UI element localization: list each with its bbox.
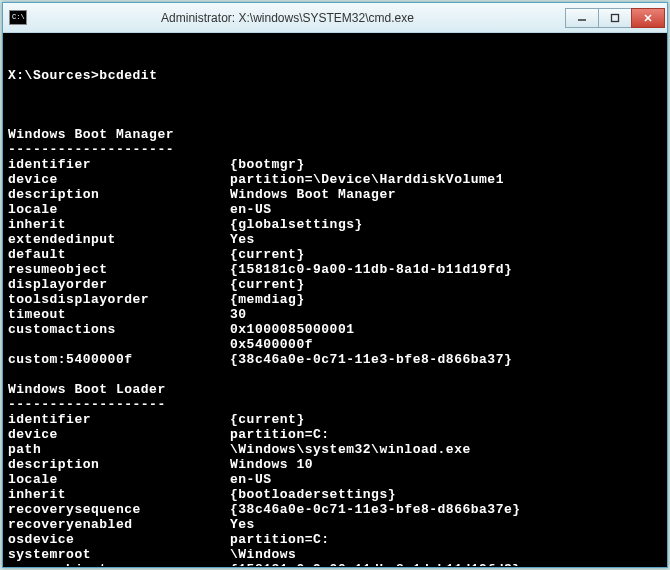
output-row: recoveryenabledYes (8, 517, 666, 532)
output-value: Yes (230, 232, 255, 247)
output-key: locale (8, 202, 230, 217)
output-value: en-US (230, 472, 272, 487)
output-key: toolsdisplayorder (8, 292, 230, 307)
output-key: systemroot (8, 547, 230, 562)
output-key (8, 337, 230, 352)
output-key: locale (8, 472, 230, 487)
output-key: extendedinput (8, 232, 230, 247)
output-row: osdevicepartition=C: (8, 532, 666, 547)
output-key: osdevice (8, 532, 230, 547)
output-row: 0x5400000f (8, 337, 666, 352)
section-underline: -------------------- (8, 142, 666, 157)
output-value: {current} (230, 277, 305, 292)
output-key: timeout (8, 307, 230, 322)
output-row: path\Windows\system32\winload.exe (8, 442, 666, 457)
output-row: identifier{current} (8, 412, 666, 427)
output-key: displayorder (8, 277, 230, 292)
output-row: devicepartition=C: (8, 427, 666, 442)
output-key: customactions (8, 322, 230, 337)
output-row: descriptionWindows 10 (8, 457, 666, 472)
output-value: en-US (230, 202, 272, 217)
terminal-output[interactable]: X:\Sources>bcdedit Windows Boot Manager-… (3, 33, 667, 567)
output-value: \Windows (230, 547, 296, 562)
output-value: 30 (230, 307, 247, 322)
output-row: customactions0x1000085000001 (8, 322, 666, 337)
section-title: Windows Boot Manager (8, 127, 666, 142)
cmd-icon (9, 10, 27, 25)
output-key: inherit (8, 217, 230, 232)
output-value: Windows 10 (230, 457, 313, 472)
output-row: resumeobject{158181c0-9a00-11db-8a1d-b11… (8, 562, 666, 567)
output-key: resumeobject (8, 262, 230, 277)
output-row: systemroot\Windows (8, 547, 666, 562)
output-key: description (8, 187, 230, 202)
output-key: default (8, 247, 230, 262)
output-value: 0x1000085000001 (230, 322, 355, 337)
output-value: Yes (230, 517, 255, 532)
section-gap (8, 367, 666, 382)
output-section: Windows Boot Manager--------------------… (8, 127, 666, 367)
output-value: {globalsettings} (230, 217, 363, 232)
output-value: {38c46a0e-0c71-11e3-bfe8-d866ba37e} (230, 502, 521, 517)
output-value: 0x5400000f (230, 337, 313, 352)
output-row: inherit{bootloadersettings} (8, 487, 666, 502)
output-value: {38c46a0e-0c71-11e3-bfe8-d866ba37} (230, 352, 512, 367)
output-value: {current} (230, 412, 305, 427)
prompt-line: X:\Sources>bcdedit (8, 68, 666, 83)
output-key: device (8, 172, 230, 187)
window-title: Administrator: X:\windows\SYSTEM32\cmd.e… (9, 11, 566, 25)
output-key: custom:5400000f (8, 352, 230, 367)
output-row: displayorder{current} (8, 277, 666, 292)
output-value: {bootloadersettings} (230, 487, 396, 502)
output-key: resumeobject (8, 562, 230, 567)
output-key: inherit (8, 487, 230, 502)
output-key: description (8, 457, 230, 472)
output-row: devicepartition=\Device\HarddiskVolume1 (8, 172, 666, 187)
prompt-command: bcdedit (99, 68, 157, 83)
output-key: recoverysequence (8, 502, 230, 517)
output-row: identifier{bootmgr} (8, 157, 666, 172)
close-button[interactable] (631, 8, 665, 28)
output-value: {memdiag} (230, 292, 305, 307)
output-key: recoveryenabled (8, 517, 230, 532)
window-controls (566, 8, 665, 28)
output-key: identifier (8, 157, 230, 172)
svg-rect-1 (612, 14, 619, 21)
output-row: inherit{globalsettings} (8, 217, 666, 232)
minimize-button[interactable] (565, 8, 599, 28)
output-key: device (8, 427, 230, 442)
output-row: default{current} (8, 247, 666, 262)
output-row: extendedinputYes (8, 232, 666, 247)
titlebar[interactable]: Administrator: X:\windows\SYSTEM32\cmd.e… (3, 3, 667, 33)
output-row: descriptionWindows Boot Manager (8, 187, 666, 202)
output-row: custom:5400000f{38c46a0e-0c71-11e3-bfe8-… (8, 352, 666, 367)
section-underline: ------------------- (8, 397, 666, 412)
output-row: localeen-US (8, 202, 666, 217)
output-row: timeout30 (8, 307, 666, 322)
output-row: resumeobject{158181c0-9a00-11db-8a1d-b11… (8, 262, 666, 277)
prompt-path: X:\Sources> (8, 68, 99, 83)
output-value: \Windows\system32\winload.exe (230, 442, 471, 457)
maximize-button[interactable] (598, 8, 632, 28)
output-value: partition=C: (230, 532, 330, 547)
output-value: {158181c0-9a00-11db-8a1d-b11d19fd} (230, 262, 512, 277)
output-row: toolsdisplayorder{memdiag} (8, 292, 666, 307)
output-row: recoverysequence{38c46a0e-0c71-11e3-bfe8… (8, 502, 666, 517)
output-value: {current} (230, 247, 305, 262)
output-value: partition=\Device\HarddiskVolume1 (230, 172, 504, 187)
output-value: Windows Boot Manager (230, 187, 396, 202)
output-value: {bootmgr} (230, 157, 305, 172)
output-value: partition=C: (230, 427, 330, 442)
output-key: path (8, 442, 230, 457)
output-key: identifier (8, 412, 230, 427)
output-section: Windows Boot Loader-------------------id… (8, 382, 666, 567)
output-row: localeen-US (8, 472, 666, 487)
output-value: {158181c0-9a00-11db-8a1d-b11d19fd3} (230, 562, 521, 567)
section-title: Windows Boot Loader (8, 382, 666, 397)
cmd-window: Administrator: X:\windows\SYSTEM32\cmd.e… (2, 2, 668, 568)
